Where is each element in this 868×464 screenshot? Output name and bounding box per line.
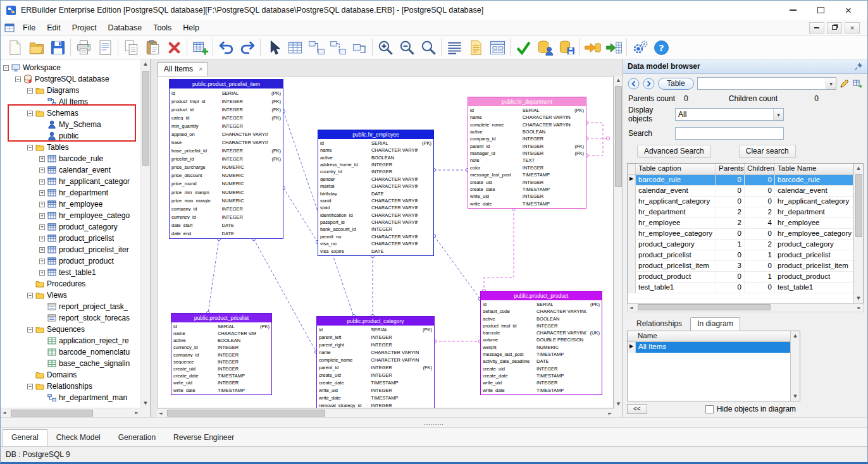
grid-column-header-table-name[interactable]: Table Name (775, 164, 853, 174)
scroll-up-arrow[interactable]: ▲ (855, 164, 862, 173)
collapse-icon[interactable]: − (27, 145, 33, 150)
tree-item-barcode-rule[interactable]: +barcode_rule (1, 153, 140, 164)
tree-item-barcode-nomenclatu[interactable]: barcode_nomenclatu (1, 346, 140, 358)
er-table-product-category[interactable]: public.product_categoryidSERIAL(PK)paren… (316, 316, 435, 408)
collapse-icon[interactable]: − (27, 293, 33, 298)
mdi-close-button[interactable]: × (845, 22, 860, 34)
grid-column-header-parents[interactable]: Parents (716, 164, 745, 174)
grid-row-product-pricelist[interactable]: product_pricelist01product_pricelist (628, 250, 853, 261)
add-table-button[interactable] (189, 37, 211, 58)
tree-item-schemas[interactable]: −Schemas (1, 107, 140, 119)
tree-item-hr-applicant-categor[interactable]: +hr_applicant_categor (1, 176, 140, 187)
expand-icon[interactable]: + (39, 156, 45, 162)
mdi-minimize-button[interactable] (809, 22, 824, 34)
tree-item-my-schema[interactable]: My_Schema (1, 119, 140, 130)
tree-item-hr-employee-catego[interactable]: +hr_employee_catego (1, 210, 140, 221)
pointer-button[interactable] (263, 37, 284, 58)
er-table-hr-department[interactable]: public.hr_departmentidSERIAL(PK)nameCHAR… (468, 97, 586, 209)
menu-edit[interactable]: Edit (41, 21, 66, 34)
scroll-right-arrow[interactable]: ► (856, 303, 863, 312)
minimize-button[interactable] (779, 2, 807, 18)
grid-row-calendar-event[interactable]: calendar_event00calendar_event (628, 186, 853, 197)
expand-icon[interactable]: + (39, 190, 45, 196)
database-save-button[interactable] (555, 37, 577, 58)
save-button[interactable] (47, 37, 68, 58)
tree-horizontal-scrollbar[interactable]: ◄ ► (1, 408, 140, 417)
tree-item-diagrams[interactable]: −Diagrams (1, 85, 140, 96)
zoom-in-button[interactable] (375, 37, 396, 58)
search-input[interactable] (675, 127, 784, 140)
scroll-thumb[interactable] (615, 86, 622, 187)
open-project-button[interactable] (25, 37, 47, 58)
bottom-tab-generation[interactable]: Generation (109, 429, 164, 446)
export-database-button[interactable] (581, 37, 603, 58)
tree-item-hr-employee[interactable]: +hr_employee (1, 198, 140, 210)
tree-vertical-scrollbar[interactable]: ▲ ▼ (140, 59, 150, 408)
advanced-search-button[interactable]: Advanced Search (637, 145, 711, 158)
grid-row-product-product[interactable]: product_product01product_product (628, 272, 853, 283)
delete-button[interactable] (163, 37, 185, 58)
tree-item-report-stock-forecas[interactable]: report_stock_forecas (1, 312, 140, 324)
paste-button[interactable] (142, 37, 163, 58)
expand-icon[interactable]: + (39, 213, 45, 219)
grid-row-barcode-rule[interactable]: ▶barcode_rule00barcode_rule (628, 175, 853, 186)
report-button[interactable] (443, 37, 465, 58)
grid-row-product-category[interactable]: product_category12product_category (628, 240, 853, 250)
list-item-all-items[interactable]: ▶All Items (628, 342, 790, 353)
help-button[interactable]: ? (650, 37, 672, 58)
tree-item-base-cache-signalin[interactable]: base_cache_signalin (1, 358, 140, 369)
hide-objects-checkbox[interactable] (705, 405, 714, 413)
zoom-button[interactable] (418, 37, 439, 58)
tree-item-hr-department[interactable]: +hr_department (1, 187, 140, 198)
object-combo[interactable]: ▼ (697, 77, 836, 90)
back-icon[interactable] (628, 78, 640, 90)
scroll-down-arrow[interactable]: ▼ (855, 294, 862, 303)
display-objects-select[interactable]: All ▼ (675, 108, 784, 121)
self-relationship-button[interactable] (349, 37, 370, 58)
collapse-icon[interactable]: − (27, 88, 33, 94)
tree-item-postgresql-database[interactable]: −PostgreSQL database (1, 73, 140, 85)
print-preview-button[interactable] (94, 37, 116, 58)
clear-search-button[interactable]: Clear search (739, 145, 796, 158)
er-table-hr-employee[interactable]: public.hr_employeeidSERIAL(PK)nameCHARAC… (318, 130, 434, 256)
grid-column-header-children[interactable]: Children (745, 164, 775, 174)
collapse-panel-button[interactable]: << (627, 404, 647, 414)
grid-row-hr-employee-category[interactable]: hr_employee_category00hr_employee_catego… (628, 229, 853, 240)
tree-item-calendar-event[interactable]: +calendar_event (1, 164, 140, 176)
scroll-left-arrow[interactable]: ◄ (1, 408, 8, 417)
tree-item-tables[interactable]: −Tables (1, 142, 140, 153)
relationship-line[interactable] (586, 123, 603, 156)
tree-item-application-reject-re[interactable]: application_reject_re (1, 335, 140, 346)
tree-item-test-table1[interactable]: +test_table1 (1, 267, 140, 278)
er-table-product-product[interactable]: public.product_productidSERIAL(PK)defaul… (480, 291, 602, 395)
menu-help[interactable]: Help (177, 21, 205, 34)
close-button[interactable]: × (834, 2, 862, 18)
add-to-diagram-icon[interactable] (853, 78, 863, 89)
tree-item-procedures[interactable]: Procedures (1, 278, 140, 290)
forward-icon[interactable] (643, 78, 655, 90)
document-generator-button[interactable] (465, 37, 487, 58)
collapse-icon[interactable]: − (27, 384, 33, 389)
settings-button[interactable] (629, 37, 650, 58)
one-to-many-relationship-button[interactable] (306, 37, 327, 58)
expand-icon[interactable]: + (39, 168, 45, 173)
import-table-button[interactable] (603, 37, 624, 58)
tab-close-icon[interactable]: × (199, 66, 202, 73)
object-type-button[interactable]: Table (658, 78, 694, 90)
chevron-down-icon[interactable]: ▼ (773, 109, 783, 120)
bottom-tab-check-model[interactable]: Check Model (47, 429, 109, 446)
tree-item-sequences[interactable]: −Sequences (1, 324, 140, 335)
canvas-horizontal-scrollbar[interactable]: ◄ ► (157, 408, 614, 417)
list-vertical-scrollbar[interactable]: ▲ ▼ (790, 331, 800, 401)
menu-project[interactable]: Project (66, 21, 102, 34)
menu-database[interactable]: Database (102, 21, 148, 34)
pin-icon[interactable] (854, 62, 863, 71)
scroll-right-arrow[interactable]: ► (607, 409, 614, 418)
expand-icon[interactable]: + (39, 270, 45, 276)
scroll-down-arrow[interactable]: ▼ (142, 399, 149, 408)
expand-icon[interactable]: + (39, 247, 45, 253)
print-button[interactable] (73, 37, 94, 58)
bottom-tab-general[interactable]: General (3, 429, 47, 446)
expand-icon[interactable]: + (39, 202, 45, 207)
scroll-up-arrow[interactable]: ▲ (791, 331, 798, 340)
